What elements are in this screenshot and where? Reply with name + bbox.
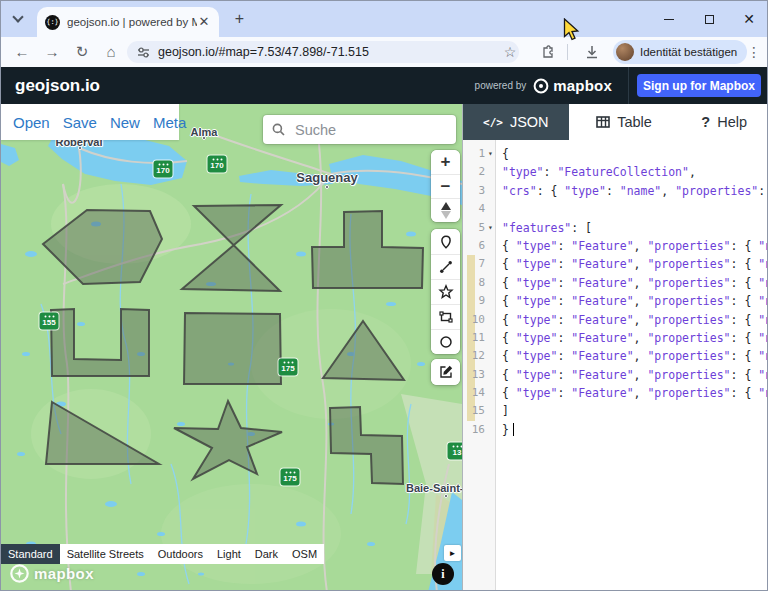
editor-line-9[interactable]: 9{ "type": "Feature", "properties": { "n…: [463, 292, 768, 310]
home-icon[interactable]: ⌂: [100, 41, 122, 63]
style-osm[interactable]: OSM: [285, 544, 324, 564]
draw-marker-button[interactable]: [431, 229, 460, 254]
tab-help[interactable]: ? Help: [679, 104, 768, 140]
draw-rectangle-button[interactable]: [431, 304, 460, 329]
identity-button[interactable]: Identität bestätigen: [613, 40, 747, 64]
maximize-button[interactable]: [689, 1, 729, 37]
editor-line-12[interactable]: 12{ "type": "Feature", "properties": { "…: [463, 347, 768, 365]
code-line[interactable]: { "type": "Feature", "properties": { "na: [496, 311, 768, 329]
code-line[interactable]: { "type": "Feature", "properties": { "na: [496, 292, 768, 310]
feature-bowtie[interactable]: [182, 205, 281, 291]
back-icon[interactable]: ←: [11, 41, 33, 63]
editor-line-2[interactable]: 2"type": "FeatureCollection",: [463, 163, 768, 181]
route-shield-175: 175: [281, 469, 300, 486]
extensions-icon[interactable]: [537, 41, 559, 63]
editor-line-5[interactable]: 5▾"features": [: [463, 219, 768, 237]
code-line[interactable]: { "type": "Feature", "properties": { "na: [496, 237, 768, 255]
feature-u-shape[interactable]: [51, 309, 149, 376]
editor-line-1[interactable]: 1▾{: [463, 145, 768, 163]
map-search-box[interactable]: [263, 115, 456, 144]
draw-circle-button[interactable]: [431, 329, 460, 354]
url-bar[interactable]: geojson.io/#map=7.53/47.898/-71.515: [127, 41, 519, 63]
feature-z-shape[interactable]: [330, 407, 403, 484]
forward-icon[interactable]: →: [41, 41, 63, 63]
editor-line-3[interactable]: 3"crs": { "type": "name", "properties": …: [463, 182, 768, 200]
tab-table[interactable]: Table: [569, 104, 680, 140]
zoom-in-button[interactable]: +: [431, 150, 460, 174]
code-line[interactable]: }: [496, 421, 768, 439]
reload-icon[interactable]: ↻: [71, 41, 93, 63]
style-standard[interactable]: Standard: [1, 544, 60, 564]
code-line[interactable]: [496, 200, 768, 218]
feature-square[interactable]: [184, 313, 281, 384]
editor-line-7[interactable]: 7{ "type": "Feature", "properties": { "n…: [463, 255, 768, 273]
code-line[interactable]: { "type": "Feature", "properties": { "na: [496, 347, 768, 365]
editor-line-14[interactable]: 14{ "type": "Feature", "properties": { "…: [463, 384, 768, 402]
line-gutter: 14: [463, 384, 496, 402]
table-icon: [596, 116, 610, 128]
new-tab-button[interactable]: +: [231, 11, 248, 28]
collapse-panel-arrow[interactable]: ►: [444, 545, 461, 561]
menu-item-open[interactable]: Open: [13, 114, 50, 131]
tab-json-label: JSON: [510, 114, 549, 130]
map-canvas[interactable]: RobervalAlmaSaguenayBaie-Saint-Paul 1701…: [1, 104, 462, 591]
browser-tab[interactable]: {:} geojson.io | powered by Mapbox ✕: [37, 7, 219, 37]
json-editor[interactable]: 1▾{2"type": "FeatureCollection",3"crs": …: [463, 140, 768, 591]
menu-kebab-icon[interactable]: ⋮: [743, 41, 765, 63]
code-line[interactable]: "type": "FeatureCollection",: [496, 163, 768, 181]
mapbox-attribution[interactable]: mapbox: [9, 563, 94, 584]
feature-star[interactable]: [174, 401, 282, 479]
line-gutter: 5▾: [463, 219, 496, 237]
place-dot: [202, 136, 206, 140]
signup-button[interactable]: Sign up for Mapbox: [637, 74, 761, 97]
site-brand: geojson.io: [15, 76, 100, 96]
editor-line-6[interactable]: 6{ "type": "Feature", "properties": { "n…: [463, 237, 768, 255]
style-satellite-streets[interactable]: Satellite Streets: [60, 544, 151, 564]
minimize-button[interactable]: [649, 1, 689, 37]
tab-search-icon[interactable]: [11, 12, 25, 26]
draw-line-button[interactable]: [431, 254, 460, 279]
download-icon[interactable]: [581, 41, 603, 63]
code-line[interactable]: "crs": { "type": "name", "properties": {: [496, 182, 768, 200]
code-line[interactable]: { "type": "Feature", "properties": { "na: [496, 384, 768, 402]
bookmark-star-icon[interactable]: ☆: [499, 41, 521, 63]
draw-polygon-button[interactable]: [431, 279, 460, 304]
feature-t-shape[interactable]: [312, 211, 423, 288]
tab-json[interactable]: </> JSON: [463, 104, 569, 140]
line-gutter: 15: [463, 402, 496, 420]
editor-line-13[interactable]: 13{ "type": "Feature", "properties": { "…: [463, 366, 768, 384]
zoom-out-button[interactable]: −: [431, 174, 460, 198]
site-header: geojson.io powered by mapbox Sign up for…: [1, 67, 768, 104]
code-line[interactable]: "features": [: [496, 219, 768, 237]
route-shield-13: 13: [448, 443, 463, 460]
editor-line-8[interactable]: 8{ "type": "Feature", "properties": { "n…: [463, 274, 768, 292]
fold-arrow-icon[interactable]: ▾: [485, 145, 496, 163]
editor-line-4[interactable]: 4: [463, 200, 768, 218]
tab-title: geojson.io | powered by Mapbox: [67, 16, 197, 28]
code-line[interactable]: ]: [496, 402, 768, 420]
tab-close-icon[interactable]: ✕: [197, 15, 211, 29]
close-button[interactable]: ✕: [729, 1, 768, 37]
code-line[interactable]: {: [496, 145, 768, 163]
menu-item-new[interactable]: New: [110, 114, 140, 131]
editor-line-11[interactable]: 11{ "type": "Feature", "properties": { "…: [463, 329, 768, 347]
code-line[interactable]: { "type": "Feature", "properties": { "na: [496, 366, 768, 384]
code-line[interactable]: { "type": "Feature", "properties": { "na: [496, 274, 768, 292]
fold-arrow-icon[interactable]: ▾: [485, 219, 496, 237]
style-dark[interactable]: Dark: [248, 544, 285, 564]
edit-features-button[interactable]: [431, 359, 460, 385]
editor-line-10[interactable]: 10{ "type": "Feature", "properties": { "…: [463, 311, 768, 329]
style-light[interactable]: Light: [210, 544, 248, 564]
editor-line-16[interactable]: 16}: [463, 421, 768, 439]
site-settings-icon[interactable]: [137, 46, 150, 59]
menu-item-save[interactable]: Save: [63, 114, 97, 131]
menu-item-meta[interactable]: Meta: [153, 114, 186, 131]
map-label-baie-saint-paul: Baie-Saint-Paul: [406, 482, 462, 494]
code-line[interactable]: { "type": "Feature", "properties": { "na: [496, 329, 768, 347]
search-input[interactable]: [293, 121, 447, 139]
map-info-button[interactable]: i: [432, 563, 454, 585]
code-line[interactable]: { "type": "Feature", "properties": { "na: [496, 255, 768, 273]
style-outdoors[interactable]: Outdoors: [151, 544, 210, 564]
editor-line-15[interactable]: 15]: [463, 402, 768, 420]
compass-button[interactable]: [431, 198, 460, 222]
